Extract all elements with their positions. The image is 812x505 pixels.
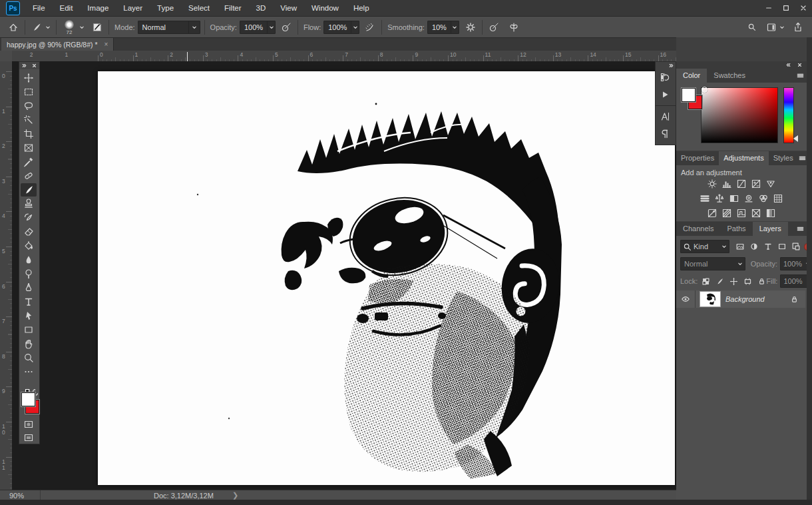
- paint-symmetry-icon[interactable]: [507, 20, 521, 35]
- foreground-color-swatch[interactable]: [21, 392, 35, 406]
- menu-item-layer[interactable]: Layer: [116, 0, 150, 16]
- edit-toolbar[interactable]: [21, 365, 37, 378]
- lasso-tool[interactable]: [21, 99, 37, 113]
- tab-channels[interactable]: Channels: [676, 222, 720, 236]
- tab-layers[interactable]: Layers: [753, 222, 788, 236]
- type-tool[interactable]: [21, 295, 37, 308]
- menu-item-3d[interactable]: 3D: [249, 0, 274, 16]
- posterize-adjustment-icon[interactable]: [721, 207, 733, 219]
- menu-item-edit[interactable]: Edit: [53, 0, 81, 16]
- color-balance-adjustment-icon[interactable]: [713, 193, 726, 204]
- tab-paths[interactable]: Paths: [720, 222, 752, 236]
- layer-blend-mode-select[interactable]: Normal: [680, 257, 745, 270]
- ruler-origin-corner[interactable]: [0, 51, 13, 62]
- rectangle-tool[interactable]: [21, 323, 37, 336]
- path-selection-tool[interactable]: [21, 309, 37, 322]
- tab-properties[interactable]: Properties: [676, 151, 719, 165]
- filter-type-layer-icon[interactable]: [763, 242, 773, 251]
- menu-item-image[interactable]: Image: [80, 0, 116, 16]
- filter-smart-object-icon[interactable]: [791, 242, 801, 251]
- filter-shape-layer-icon[interactable]: [777, 242, 787, 251]
- blur-tool[interactable]: [21, 253, 37, 266]
- zoom-level-field[interactable]: 90%: [0, 492, 40, 500]
- brush-settings-panel-icon[interactable]: [90, 20, 104, 35]
- layer-row-background[interactable]: Background: [676, 290, 805, 308]
- status-bar-menu-arrow[interactable]: ❯: [232, 491, 238, 500]
- threshold-adjustment-icon[interactable]: [735, 207, 748, 219]
- tab-color[interactable]: Color: [676, 69, 707, 83]
- panel-menu-icon[interactable]: [793, 222, 807, 236]
- color-picker-marker[interactable]: [702, 87, 708, 93]
- panel-menu-icon[interactable]: [793, 69, 807, 83]
- panel-menu-icon[interactable]: [798, 151, 807, 165]
- move-tool[interactable]: [21, 71, 37, 85]
- workspace-switcher-icon[interactable]: [764, 20, 779, 35]
- menu-item-type[interactable]: Type: [150, 0, 181, 16]
- channel-mixer-adjustment-icon[interactable]: [757, 193, 770, 204]
- saturation-brightness-box[interactable]: [701, 87, 778, 143]
- hand-tool[interactable]: [21, 337, 37, 350]
- flow-select[interactable]: 100%: [323, 21, 359, 34]
- chevron-down-icon[interactable]: [44, 20, 52, 35]
- gradient-tool[interactable]: [21, 239, 37, 252]
- zoom-tool[interactable]: [21, 351, 37, 364]
- collapse-dock-icon[interactable]: [785, 62, 791, 68]
- menu-item-window[interactable]: Window: [304, 0, 346, 16]
- close-toolbox-icon[interactable]: [31, 63, 37, 69]
- pressure-opacity-icon[interactable]: [279, 20, 294, 35]
- menu-item-help[interactable]: Help: [346, 0, 377, 16]
- hue-saturation-adjustment-icon[interactable]: [699, 193, 711, 204]
- close-button[interactable]: [795, 0, 812, 16]
- layer-filter-select[interactable]: Kind: [680, 240, 729, 253]
- filter-adjustment-layer-icon[interactable]: [749, 242, 759, 251]
- pressure-size-icon[interactable]: [487, 20, 501, 35]
- screen-mode-icon[interactable]: [21, 431, 37, 444]
- toolbox-header[interactable]: [19, 62, 39, 69]
- black-white-adjustment-icon[interactable]: [728, 193, 741, 204]
- history-panel-icon[interactable]: [656, 69, 674, 86]
- document-canvas[interactable]: [98, 71, 675, 485]
- pen-tool[interactable]: [21, 281, 37, 294]
- hue-slider-arrow[interactable]: [793, 135, 798, 142]
- frame-tool[interactable]: [21, 141, 37, 155]
- lock-pixels-icon[interactable]: [715, 277, 724, 286]
- airbrush-icon[interactable]: [363, 20, 377, 35]
- invert-adjustment-icon[interactable]: [706, 207, 719, 219]
- chevron-down-icon[interactable]: [779, 20, 785, 35]
- clone-stamp-tool[interactable]: [21, 197, 37, 211]
- character-panel-icon[interactable]: [656, 108, 674, 125]
- blend-mode-select[interactable]: Normal: [138, 21, 200, 34]
- selective-color-adjustment-icon[interactable]: [765, 207, 777, 219]
- magic-wand-tool[interactable]: [21, 113, 37, 127]
- hue-strip[interactable]: [783, 87, 794, 143]
- vibrance-adjustment-icon[interactable]: [765, 178, 777, 189]
- filter-pixel-layer-icon[interactable]: [735, 242, 745, 251]
- rectangular-marquee-tool[interactable]: [21, 85, 37, 99]
- lock-all-icon[interactable]: [757, 277, 766, 286]
- brush-preset-picker[interactable]: 72: [61, 20, 78, 35]
- history-brush-tool[interactable]: [21, 211, 37, 225]
- brush-tool-preset-icon[interactable]: [29, 20, 44, 35]
- tab-adjustments[interactable]: Adjustments: [719, 151, 769, 165]
- eyedropper-tool[interactable]: [21, 155, 37, 169]
- layer-thumbnail[interactable]: [700, 291, 721, 307]
- canvas-pasteboard[interactable]: [12, 61, 676, 490]
- home-icon[interactable]: [6, 20, 21, 35]
- gradient-map-adjustment-icon[interactable]: [750, 207, 763, 219]
- photo-filter-adjustment-icon[interactable]: [743, 193, 755, 204]
- opacity-select[interactable]: 100%: [240, 21, 276, 34]
- paragraph-panel-icon[interactable]: [656, 125, 674, 143]
- minimize-button[interactable]: [760, 0, 777, 16]
- menu-item-file[interactable]: File: [25, 0, 53, 16]
- exposure-adjustment-icon[interactable]: [750, 178, 763, 189]
- photoshop-logo[interactable]: Ps: [6, 1, 20, 15]
- lock-position-icon[interactable]: [729, 277, 738, 286]
- share-icon[interactable]: [791, 20, 805, 35]
- spot-healing-brush-tool[interactable]: [21, 169, 37, 183]
- levels-adjustment-icon[interactable]: [721, 178, 733, 189]
- document-tab[interactable]: happy.jpg @ 90% (RGB/8#) * ×: [1, 38, 114, 51]
- menu-item-select[interactable]: Select: [181, 0, 217, 16]
- dodge-tool[interactable]: [21, 267, 37, 280]
- search-icon[interactable]: [744, 20, 759, 35]
- layer-visibility-eye-icon[interactable]: [676, 290, 696, 308]
